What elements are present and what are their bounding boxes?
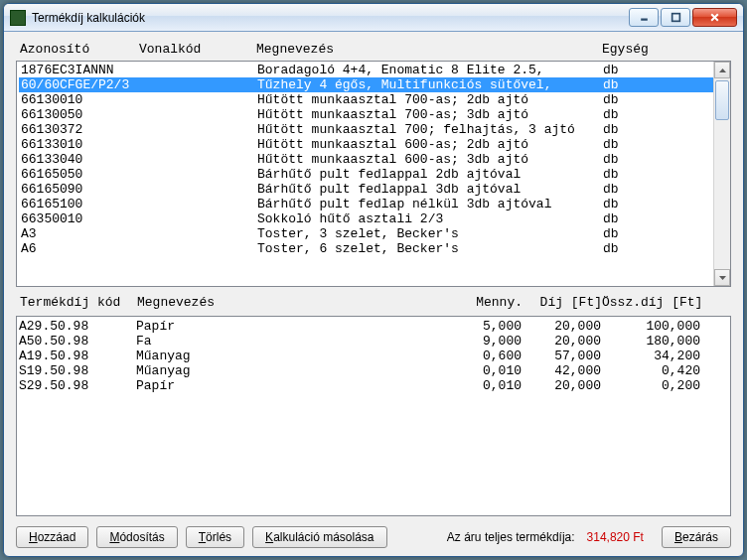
- scroll-thumb[interactable]: [715, 80, 729, 120]
- product-row[interactable]: 66130372Hűtött munkaasztal 700; felhajtá…: [19, 122, 730, 137]
- close-dialog-button[interactable]: Bezárás: [662, 526, 731, 548]
- material-row[interactable]: A19.50.98Műanyag0,60057,00034,200: [19, 349, 728, 363]
- scroll-up-button[interactable]: [714, 62, 730, 78]
- delete-button[interactable]: Törlés: [186, 526, 244, 548]
- material-row[interactable]: A29.50.98Papír5,00020,000100,000: [19, 319, 728, 334]
- col-termekdij-kod: Termékdíj kód: [20, 295, 137, 310]
- total-label: Az áru teljes termékdíja:: [447, 530, 575, 544]
- col-megnevezes: Megnevezés: [256, 42, 602, 57]
- copy-calc-button[interactable]: Kalkuláció másolása: [252, 526, 386, 548]
- content-area: AzonosítóVonalkódMegnevezésEgység 1876EC…: [4, 32, 743, 556]
- product-row[interactable]: A3Toster, 3 szelet, Becker'sdb: [19, 226, 730, 241]
- scroll-down-button[interactable]: [714, 269, 730, 286]
- window-title: Termékdíj kalkulációk: [32, 11, 629, 25]
- product-row[interactable]: 66165050Bárhűtő pult fedlappal 2db ajtóv…: [19, 167, 730, 182]
- product-row[interactable]: 66350010Sokkoló hűtő asztali 2/3db: [19, 211, 730, 226]
- products-listbox[interactable]: 1876EC3IANNNBoradagoló 4+4, Enomatic 8 E…: [16, 61, 731, 287]
- total-value: 314,820 Ft: [587, 530, 644, 544]
- product-row[interactable]: 66165090Bárhűtő pult fedlappal 3db ajtóv…: [19, 182, 730, 197]
- col-menny: Menny.: [459, 295, 523, 310]
- scroll-track[interactable]: [714, 78, 730, 269]
- product-row[interactable]: 60/60CFGE/P2/3Tűzhely 4 égős, Multifunkc…: [19, 77, 730, 92]
- app-window: Termékdíj kalkulációk AzonosítóVonalkódM…: [3, 3, 744, 557]
- product-row[interactable]: 66133040Hűtött munkaasztal 600-as; 3db a…: [19, 152, 730, 167]
- product-row[interactable]: A6Toster, 6 szelet, Becker'sdb: [19, 241, 730, 256]
- maximize-button[interactable]: [661, 8, 690, 27]
- minimize-button[interactable]: [629, 8, 659, 27]
- col-dij: Díj [Ft]: [523, 295, 602, 310]
- svg-marker-4: [719, 69, 726, 72]
- app-icon: [10, 10, 26, 26]
- modify-button[interactable]: Módosítás: [96, 526, 177, 548]
- window-controls: [629, 8, 737, 27]
- col-ossz: Össz.díj [Ft]: [602, 295, 701, 310]
- material-row[interactable]: S29.50.98Papír0,01020,0000,200: [19, 378, 728, 393]
- svg-marker-5: [719, 276, 726, 280]
- materials-header: Termékdíj kódMegnevezésMenny.Díj [Ft]Öss…: [16, 287, 731, 314]
- material-row[interactable]: A50.50.98Fa9,00020,000180,000: [19, 334, 728, 349]
- material-row[interactable]: S19.50.98Műanyag0,01042,0000,420: [19, 363, 728, 378]
- materials-listbox[interactable]: A29.50.98Papír5,00020,000100,000A50.50.9…: [16, 316, 731, 516]
- titlebar[interactable]: Termékdíj kalkulációk: [4, 4, 743, 32]
- bottom-bar: Hozzáad Módosítás Törlés Kalkuláció máso…: [16, 516, 731, 548]
- product-row[interactable]: 1876EC3IANNNBoradagoló 4+4, Enomatic 8 E…: [19, 63, 730, 77]
- products-header: AzonosítóVonalkódMegnevezésEgység: [16, 42, 731, 61]
- col-egyseg: Egység: [602, 42, 662, 57]
- product-row[interactable]: 66130010Hűtött munkaasztal 700-as; 2db a…: [19, 92, 730, 107]
- col-megnevezes-2: Megnevezés: [137, 295, 459, 310]
- product-row[interactable]: 66130050Hűtött munkaasztal 700-as; 3db a…: [19, 107, 730, 122]
- col-vonalkod: Vonalkód: [139, 42, 256, 57]
- product-row[interactable]: 66165100Bárhűtő pult fedlap nélkül 3db a…: [19, 197, 730, 211]
- svg-rect-1: [672, 14, 679, 22]
- close-button[interactable]: [692, 8, 737, 27]
- product-row[interactable]: 66133010Hűtött munkaasztal 600-as; 2db a…: [19, 137, 730, 152]
- add-button[interactable]: Hozzáad: [16, 526, 88, 548]
- products-scrollbar[interactable]: [713, 62, 730, 286]
- col-azonosito: Azonosító: [20, 42, 139, 57]
